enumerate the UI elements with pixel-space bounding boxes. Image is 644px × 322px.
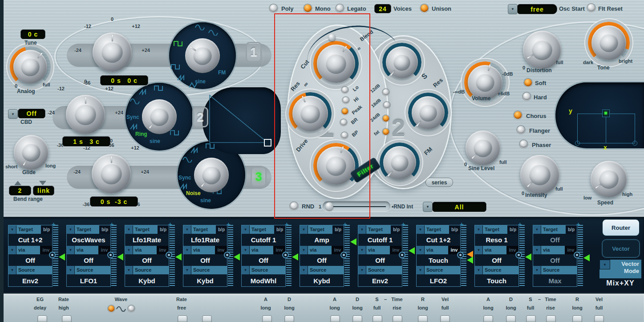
- router-target-value[interactable]: Reso 1: [475, 234, 518, 246]
- mod-amount-slider[interactable]: +: [53, 225, 58, 287]
- via-header-label[interactable]: via: [366, 246, 390, 254]
- target-dropdown-icon[interactable]: ▼: [475, 225, 483, 234]
- router-target-value[interactable]: Cutoff 1: [358, 234, 402, 246]
- via-header-label[interactable]: via: [191, 246, 215, 254]
- source-header-label[interactable]: Source: [541, 266, 577, 274]
- router-target-value[interactable]: Cut 1+2: [417, 234, 460, 246]
- envelope-slider-cap[interactable]: [546, 315, 556, 322]
- mod-amount-arrow[interactable]: [292, 253, 298, 261]
- filter2-slope-24db-radio[interactable]: [383, 115, 389, 122]
- source-header-label[interactable]: Source: [425, 266, 460, 274]
- osc3-wave-knob[interactable]: [194, 158, 229, 192]
- mono-radio[interactable]: [304, 4, 312, 12]
- source-dropdown-icon[interactable]: ▼: [125, 266, 133, 274]
- blend-slider-handle[interactable]: [328, 34, 336, 41]
- router-target-value[interactable]: Cutoff 1: [242, 234, 285, 246]
- source-header-label[interactable]: Source: [250, 266, 285, 274]
- lfo-wave-radio-b[interactable]: [128, 306, 134, 312]
- osc1-wave-knob[interactable]: [185, 38, 220, 73]
- source-dropdown-icon[interactable]: ▼: [417, 266, 425, 274]
- mod-amount-slider[interactable]: +: [111, 225, 117, 287]
- mod-amount-arrow[interactable]: [525, 253, 531, 261]
- via-header-label[interactable]: via: [308, 246, 332, 254]
- router-via-value[interactable]: Off: [125, 255, 169, 266]
- mod-amount-arrow[interactable]: [117, 253, 123, 261]
- bypass-toggle[interactable]: b/p: [449, 225, 460, 234]
- target-header-label[interactable]: Target: [366, 225, 391, 234]
- envelope-slider-cap[interactable]: [440, 315, 450, 322]
- source-header-label[interactable]: Source: [133, 266, 169, 274]
- xy-marker[interactable]: [602, 110, 610, 117]
- envelope-slider-cap[interactable]: [526, 315, 536, 322]
- via-dropdown-icon[interactable]: ▼: [475, 246, 483, 254]
- flt-reset-radio[interactable]: [587, 4, 595, 12]
- intensity-knob[interactable]: [520, 155, 559, 194]
- source-header-label[interactable]: Source: [308, 266, 344, 274]
- router-source-value[interactable]: ModWhl: [242, 275, 285, 286]
- router-source-value[interactable]: LFO2: [417, 275, 460, 286]
- target-header-label[interactable]: Target: [541, 225, 566, 234]
- sine-level-knob[interactable]: [466, 130, 500, 165]
- osc2-pitch-display[interactable]: 1 s 3 c: [62, 136, 110, 147]
- router-via-value[interactable]: Off: [8, 255, 52, 266]
- router-via-value[interactable]: Off: [533, 255, 577, 266]
- envelope-slider-cap[interactable]: [373, 315, 382, 322]
- tune-value-display[interactable]: 0 c: [20, 29, 45, 39]
- target-dropdown-icon[interactable]: ▼: [417, 225, 425, 234]
- router-target-value[interactable]: OscWaves: [67, 234, 110, 246]
- speed-knob[interactable]: [591, 161, 627, 197]
- router-source-value[interactable]: Touch: [475, 275, 518, 286]
- source-header-label[interactable]: Source: [191, 266, 227, 274]
- source-dropdown-icon[interactable]: ▼: [67, 266, 75, 274]
- source-header-label[interactable]: Source: [483, 266, 518, 274]
- osc3-pitch-knob[interactable]: [92, 154, 131, 193]
- filter2-slope-fat-radio[interactable]: [383, 129, 389, 135]
- via-header-label[interactable]: via: [133, 246, 157, 254]
- source-header-label[interactable]: Source: [366, 266, 402, 274]
- via-dropdown-icon[interactable]: ▼: [183, 246, 191, 254]
- distortion-hard-radio[interactable]: [523, 93, 531, 100]
- via-header-label[interactable]: via: [75, 246, 98, 254]
- target-dropdown-icon[interactable]: ▼: [125, 225, 133, 234]
- mod-amount-arrow[interactable]: [583, 254, 590, 261]
- rnd-slider-handle[interactable]: [325, 202, 333, 210]
- effect-chorus-radio[interactable]: [514, 111, 522, 119]
- osc-start-value[interactable]: free: [517, 4, 557, 14]
- via-header-label[interactable]: via: [250, 246, 273, 254]
- target-header-label[interactable]: Target: [425, 225, 449, 234]
- filter1-mode-br-radio[interactable]: [340, 119, 347, 126]
- bend-up-arrow-icon[interactable]: [14, 181, 21, 185]
- filter2-slope-18db-radio[interactable]: [384, 102, 390, 108]
- target-dropdown-icon[interactable]: ▼: [242, 225, 250, 234]
- envelope-slider-cap[interactable]: [37, 315, 47, 322]
- router-target-value[interactable]: Off: [533, 234, 577, 246]
- mod-amount-arrow[interactable]: [409, 247, 415, 254]
- mod-amount-slider[interactable]: +: [170, 225, 175, 287]
- router-target-value[interactable]: Lfo1Rate: [183, 234, 227, 246]
- filter2-resonance-knob[interactable]: [408, 93, 448, 133]
- analog-knob[interactable]: [10, 46, 51, 87]
- envelope-slider-cap[interactable]: [62, 315, 72, 322]
- cbd-value-display[interactable]: Off: [18, 109, 45, 118]
- vector-mode-dropdown[interactable]: ▼ VectorMode: [599, 260, 641, 278]
- bypass-toggle[interactable]: b/p: [566, 225, 577, 234]
- mod-amount-slider[interactable]: +: [344, 225, 350, 287]
- source-dropdown-icon[interactable]: ▼: [475, 266, 483, 274]
- osc2-wave-knob[interactable]: [142, 99, 177, 134]
- target-dropdown-icon[interactable]: ▼: [183, 225, 191, 234]
- legato-radio[interactable]: [336, 4, 344, 12]
- target-dropdown-icon[interactable]: ▼: [300, 225, 308, 234]
- osc3-pitch-display[interactable]: 0 s -3 c: [90, 196, 138, 207]
- router-source-value[interactable]: Max: [533, 275, 577, 286]
- router-via-value[interactable]: Off: [67, 255, 110, 266]
- router-source-value[interactable]: Kybd: [300, 275, 344, 286]
- bypass-toggle[interactable]: b/p: [216, 225, 227, 234]
- via-dropdown-icon[interactable]: ▼: [8, 246, 16, 254]
- envelope-slider-cap[interactable]: [572, 315, 582, 322]
- bend-link-display[interactable]: link: [33, 186, 54, 196]
- mod-amount-arrow[interactable]: [59, 253, 65, 261]
- target-header-label[interactable]: Target: [308, 225, 332, 234]
- poly-radio[interactable]: [270, 4, 277, 12]
- filter1-drive-knob[interactable]: [313, 143, 359, 188]
- router-source-value[interactable]: Kybd: [183, 275, 227, 286]
